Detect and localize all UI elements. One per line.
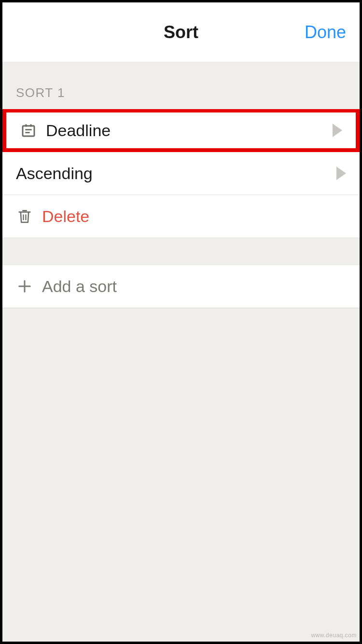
header-bar: Sort Done bbox=[2, 2, 360, 62]
done-button[interactable]: Done bbox=[305, 22, 346, 42]
svg-rect-1 bbox=[25, 124, 27, 126]
add-sort-label: Add a sort bbox=[42, 277, 346, 296]
delete-label: Delete bbox=[42, 207, 346, 226]
chevron-right-icon bbox=[333, 124, 342, 137]
plus-icon bbox=[16, 278, 33, 295]
svg-rect-2 bbox=[30, 124, 31, 126]
bottom-divider bbox=[2, 308, 360, 308]
section-gap bbox=[2, 238, 360, 265]
trash-icon bbox=[16, 208, 33, 225]
chevron-right-icon bbox=[336, 167, 346, 180]
svg-rect-0 bbox=[23, 126, 34, 136]
app-frame: Sort Done SORT 1 Deadline Ascending bbox=[0, 0, 362, 644]
delete-sort-row[interactable]: Delete bbox=[2, 195, 360, 238]
sort-field-row[interactable]: Deadline bbox=[6, 112, 356, 148]
highlight-annotation: Deadline bbox=[2, 109, 360, 152]
add-sort-row[interactable]: Add a sort bbox=[2, 265, 360, 308]
date-field-icon bbox=[20, 122, 37, 139]
section-label-sort-1: SORT 1 bbox=[2, 62, 360, 109]
sort-field-label: Deadline bbox=[46, 121, 333, 140]
watermark-text: www.deuaq.com bbox=[311, 632, 357, 639]
page-title: Sort bbox=[164, 22, 198, 42]
sort-direction-label: Ascending bbox=[16, 164, 336, 183]
sort-direction-row[interactable]: Ascending bbox=[2, 152, 360, 195]
